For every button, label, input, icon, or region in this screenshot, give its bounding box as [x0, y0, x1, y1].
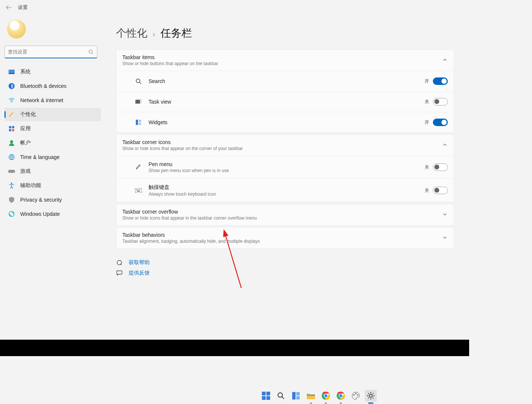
widgets-icon — [134, 117, 143, 127]
window-title: 设置 — [18, 4, 28, 11]
toggle-taskview[interactable] — [433, 98, 448, 105]
page-title: 任务栏 — [160, 26, 192, 40]
svg-rect-32 — [262, 396, 266, 400]
svg-point-34 — [278, 393, 282, 397]
section-subtitle: Show or hide buttons that appear on the … — [122, 61, 443, 66]
search-icon — [86, 48, 95, 56]
nav-label: Bluetooth & devices — [20, 83, 67, 89]
taskbar-search-button[interactable] — [275, 390, 287, 402]
nav-accounts[interactable]: 帐户 — [4, 136, 101, 150]
nav-apps[interactable]: 应用 — [4, 122, 101, 135]
row-widgets: Widgets 开 — [116, 112, 454, 132]
toggle-state: 关 — [425, 187, 429, 194]
svg-rect-25 — [139, 189, 140, 190]
svg-point-9 — [10, 140, 13, 143]
link-label: 获取帮助 — [129, 259, 150, 266]
svg-rect-7 — [9, 129, 11, 131]
window-border-bottom — [0, 340, 469, 356]
svg-rect-26 — [137, 191, 140, 192]
gamepad-icon — [8, 168, 15, 175]
nav-network[interactable]: Network & internet — [4, 94, 101, 107]
globe-icon — [8, 154, 15, 160]
section-header-behaviors[interactable]: Taskbar behaviors Taskbar alignment, bad… — [116, 227, 454, 248]
get-help-link[interactable]: 获取帮助 — [116, 259, 454, 266]
nav-accessibility[interactable]: 辅助功能 — [4, 179, 101, 192]
section-subtitle: Taskbar alignment, badging, automaticall… — [122, 239, 443, 244]
titlebar: 设置 — [0, 0, 469, 15]
chevron-down-icon — [443, 235, 448, 241]
settings-window: 设置 系统 Bluetooth & devices — [0, 0, 469, 340]
section-header-corner[interactable]: Taskbar corner icons Show or hide icons … — [116, 135, 454, 156]
back-button[interactable] — [5, 4, 13, 11]
accessibility-icon — [8, 182, 15, 189]
svg-point-45 — [353, 394, 355, 396]
svg-rect-36 — [296, 392, 300, 395]
nav-label: 系统 — [20, 68, 31, 75]
svg-rect-2 — [9, 73, 15, 74]
svg-point-48 — [369, 394, 372, 397]
section-header-overflow[interactable]: Taskbar corner overflow Show or hide ico… — [116, 204, 454, 225]
toggle-touch-keyboard[interactable] — [433, 187, 448, 194]
user-avatar[interactable] — [7, 19, 26, 39]
toggle-state: 开 — [425, 78, 429, 85]
taskbar — [0, 356, 532, 404]
nav-personalization[interactable]: 个性化 — [4, 108, 101, 121]
svg-point-16 — [136, 79, 140, 83]
toggle-pen[interactable] — [433, 163, 448, 171]
nav-label: Privacy & security — [20, 197, 62, 203]
svg-rect-19 — [136, 120, 138, 125]
paint-icon — [8, 111, 15, 118]
svg-point-12 — [10, 171, 10, 172]
help-icon — [116, 259, 123, 266]
svg-rect-31 — [266, 392, 270, 395]
svg-rect-11 — [8, 170, 15, 173]
svg-point-4 — [11, 102, 12, 102]
toggle-search[interactable] — [433, 77, 448, 85]
apps-icon — [8, 125, 15, 132]
svg-point-0 — [89, 50, 92, 53]
shield-icon — [8, 196, 15, 203]
breadcrumb-parent[interactable]: 个性化 — [116, 26, 147, 40]
nav-label: 游戏 — [20, 168, 31, 175]
section-subtitle: Show or hide icons that appear in the ta… — [122, 215, 443, 221]
link-label: 提供反馈 — [129, 270, 150, 276]
section-taskbar-items: Taskbar items Show or hide buttons that … — [116, 49, 454, 133]
toggle-widgets[interactable] — [433, 119, 448, 126]
search-input[interactable] — [5, 46, 86, 58]
row-pen-menu: Pen menu Show pen menu icon when pen is … — [116, 156, 454, 178]
svg-rect-5 — [9, 126, 11, 128]
pen-icon — [134, 162, 143, 172]
start-button[interactable] — [260, 390, 272, 402]
row-label: 触摸键盘 — [149, 184, 425, 191]
nav-label: 个性化 — [20, 111, 36, 118]
nav-privacy[interactable]: Privacy & security — [4, 193, 101, 206]
search-box[interactable] — [4, 46, 97, 58]
taskbar-chrome-1[interactable] — [320, 390, 332, 402]
nav-system[interactable]: 系统 — [4, 65, 101, 79]
section-header-items[interactable]: Taskbar items Show or hide buttons that … — [116, 50, 454, 71]
give-feedback-link[interactable]: 提供反馈 — [116, 270, 454, 276]
section-title: Taskbar items — [122, 54, 443, 60]
nav-time-language[interactable]: Time & language — [4, 150, 101, 164]
nav-gaming[interactable]: 游戏 — [4, 165, 101, 178]
section-behaviors: Taskbar behaviors Taskbar alignment, bad… — [116, 227, 454, 249]
nav-bluetooth[interactable]: Bluetooth & devices — [4, 79, 101, 93]
taskbar-paint[interactable] — [350, 390, 362, 402]
row-sublabel: Always show touch keyboard icon — [149, 192, 425, 197]
chevron-up-icon — [443, 58, 448, 63]
taskbar-widgets-button[interactable] — [290, 390, 302, 402]
svg-rect-23 — [136, 189, 137, 190]
person-icon — [8, 140, 15, 146]
svg-rect-33 — [266, 396, 270, 400]
feedback-icon — [116, 270, 123, 276]
taskbar-settings[interactable] — [365, 390, 377, 402]
taskbar-explorer[interactable] — [305, 390, 317, 402]
nav-label: Time & language — [20, 154, 59, 160]
nav-label: Windows Update — [20, 211, 60, 217]
svg-rect-8 — [12, 129, 14, 131]
taskbar-chrome-2[interactable] — [335, 390, 347, 402]
nav-windows-update[interactable]: Windows Update — [4, 207, 101, 221]
row-label: Pen menu — [149, 161, 425, 167]
svg-point-13 — [13, 171, 13, 172]
help-links: 获取帮助 提供反馈 — [116, 259, 454, 276]
